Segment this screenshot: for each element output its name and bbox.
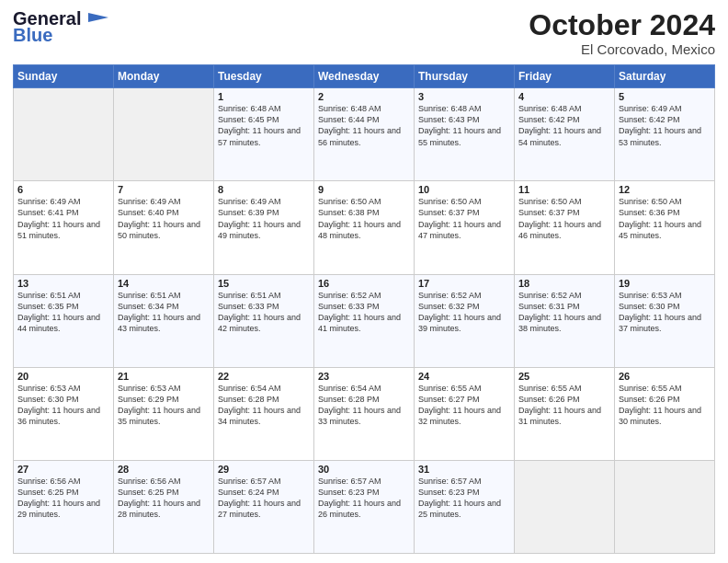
calendar-cell: 15Sunrise: 6:51 AMSunset: 6:33 PMDayligh… [214,274,314,367]
calendar-cell: 26Sunrise: 6:55 AMSunset: 6:26 PMDayligh… [615,367,715,460]
day-detail: Sunrise: 6:57 AMSunset: 6:24 PMDaylight:… [218,476,310,521]
day-number: 4 [518,91,610,102]
calendar-cell: 4Sunrise: 6:48 AMSunset: 6:42 PMDaylight… [515,88,615,181]
day-detail: Sunrise: 6:51 AMSunset: 6:34 PMDaylight:… [118,290,210,335]
calendar-body: 1Sunrise: 6:48 AMSunset: 6:45 PMDaylight… [14,88,715,554]
day-detail: Sunrise: 6:53 AMSunset: 6:30 PMDaylight:… [17,383,109,428]
day-number: 16 [318,278,410,289]
logo-blue-text: Blue [13,26,52,44]
day-number: 11 [518,184,610,195]
day-detail: Sunrise: 6:53 AMSunset: 6:30 PMDaylight:… [619,290,711,335]
calendar-cell: 18Sunrise: 6:52 AMSunset: 6:31 PMDayligh… [515,274,615,367]
calendar-table: SundayMondayTuesdayWednesdayThursdayFrid… [13,64,715,554]
day-detail: Sunrise: 6:55 AMSunset: 6:26 PMDaylight:… [518,383,610,428]
calendar-cell: 20Sunrise: 6:53 AMSunset: 6:30 PMDayligh… [14,367,114,460]
calendar-cell: 1Sunrise: 6:48 AMSunset: 6:45 PMDaylight… [214,88,314,181]
week-row-3: 13Sunrise: 6:51 AMSunset: 6:35 PMDayligh… [14,274,715,367]
day-detail: Sunrise: 6:49 AMSunset: 6:42 PMDaylight:… [619,103,711,148]
day-detail: Sunrise: 6:49 AMSunset: 6:41 PMDaylight:… [17,196,109,241]
svg-marker-0 [88,13,108,22]
day-detail: Sunrise: 6:51 AMSunset: 6:33 PMDaylight:… [218,290,310,335]
calendar-cell: 22Sunrise: 6:54 AMSunset: 6:28 PMDayligh… [214,367,314,460]
day-detail: Sunrise: 6:50 AMSunset: 6:37 PMDaylight:… [418,196,510,241]
day-number: 24 [418,371,510,382]
day-number: 12 [619,184,711,195]
calendar-cell: 14Sunrise: 6:51 AMSunset: 6:34 PMDayligh… [114,274,214,367]
day-number: 21 [118,371,210,382]
day-detail: Sunrise: 6:52 AMSunset: 6:31 PMDaylight:… [518,290,610,335]
day-number: 22 [218,371,310,382]
day-detail: Sunrise: 6:54 AMSunset: 6:28 PMDaylight:… [218,383,310,428]
day-detail: Sunrise: 6:56 AMSunset: 6:25 PMDaylight:… [118,476,210,521]
page-subtitle: El Corcovado, Mexico [529,41,715,57]
day-number: 2 [318,91,410,102]
day-number: 13 [17,278,109,289]
calendar-cell [515,460,615,553]
day-detail: Sunrise: 6:50 AMSunset: 6:37 PMDaylight:… [518,196,610,241]
calendar-cell: 30Sunrise: 6:57 AMSunset: 6:23 PMDayligh… [314,460,415,553]
week-row-4: 20Sunrise: 6:53 AMSunset: 6:30 PMDayligh… [14,367,715,460]
day-detail: Sunrise: 6:55 AMSunset: 6:27 PMDaylight:… [418,383,510,428]
day-detail: Sunrise: 6:53 AMSunset: 6:29 PMDaylight:… [118,383,210,428]
calendar-cell: 7Sunrise: 6:49 AMSunset: 6:40 PMDaylight… [114,181,214,274]
week-row-5: 27Sunrise: 6:56 AMSunset: 6:25 PMDayligh… [14,460,715,553]
col-header-monday: Monday [114,65,214,88]
calendar-cell: 29Sunrise: 6:57 AMSunset: 6:24 PMDayligh… [214,460,314,553]
col-header-wednesday: Wednesday [314,65,415,88]
day-number: 9 [318,184,410,195]
day-number: 10 [418,184,510,195]
col-header-friday: Friday [515,65,615,88]
day-detail: Sunrise: 6:48 AMSunset: 6:42 PMDaylight:… [518,103,610,148]
day-detail: Sunrise: 6:55 AMSunset: 6:26 PMDaylight:… [619,383,711,428]
col-header-tuesday: Tuesday [214,65,314,88]
day-number: 20 [17,371,109,382]
day-number: 14 [118,278,210,289]
title-block: October 2024 El Corcovado, Mexico [529,9,715,57]
day-detail: Sunrise: 6:57 AMSunset: 6:23 PMDaylight:… [418,476,510,521]
calendar-cell: 27Sunrise: 6:56 AMSunset: 6:25 PMDayligh… [14,460,114,553]
day-number: 18 [518,278,610,289]
calendar-cell: 8Sunrise: 6:49 AMSunset: 6:39 PMDaylight… [214,181,314,274]
day-number: 1 [218,91,310,102]
calendar-cell: 6Sunrise: 6:49 AMSunset: 6:41 PMDaylight… [14,181,114,274]
calendar-cell [14,88,114,181]
logo-flag-icon [88,13,108,27]
calendar-cell: 11Sunrise: 6:50 AMSunset: 6:37 PMDayligh… [515,181,615,274]
calendar-cell: 16Sunrise: 6:52 AMSunset: 6:33 PMDayligh… [314,274,415,367]
logo: General Blue [13,9,108,44]
day-number: 3 [418,91,510,102]
calendar-cell [615,460,715,553]
day-detail: Sunrise: 6:52 AMSunset: 6:33 PMDaylight:… [318,290,410,335]
calendar-cell: 17Sunrise: 6:52 AMSunset: 6:32 PMDayligh… [415,274,515,367]
day-detail: Sunrise: 6:48 AMSunset: 6:44 PMDaylight:… [318,103,410,148]
day-detail: Sunrise: 6:49 AMSunset: 6:39 PMDaylight:… [218,196,310,241]
day-number: 26 [619,371,711,382]
day-detail: Sunrise: 6:56 AMSunset: 6:25 PMDaylight:… [17,476,109,521]
day-number: 29 [218,464,310,475]
calendar-cell: 23Sunrise: 6:54 AMSunset: 6:28 PMDayligh… [314,367,415,460]
day-number: 25 [518,371,610,382]
day-number: 27 [17,464,109,475]
calendar-cell: 13Sunrise: 6:51 AMSunset: 6:35 PMDayligh… [14,274,114,367]
day-number: 15 [218,278,310,289]
day-number: 8 [218,184,310,195]
col-header-saturday: Saturday [615,65,715,88]
header: General Blue October 2024 El Corcovado, … [13,9,715,57]
calendar-cell: 24Sunrise: 6:55 AMSunset: 6:27 PMDayligh… [415,367,515,460]
calendar-cell: 28Sunrise: 6:56 AMSunset: 6:25 PMDayligh… [114,460,214,553]
calendar-cell: 21Sunrise: 6:53 AMSunset: 6:29 PMDayligh… [114,367,214,460]
calendar-cell: 2Sunrise: 6:48 AMSunset: 6:44 PMDaylight… [314,88,415,181]
day-number: 6 [17,184,109,195]
day-detail: Sunrise: 6:51 AMSunset: 6:35 PMDaylight:… [17,290,109,335]
day-detail: Sunrise: 6:50 AMSunset: 6:38 PMDaylight:… [318,196,410,241]
day-detail: Sunrise: 6:54 AMSunset: 6:28 PMDaylight:… [318,383,410,428]
calendar-header: SundayMondayTuesdayWednesdayThursdayFrid… [14,65,715,88]
calendar-cell: 3Sunrise: 6:48 AMSunset: 6:43 PMDaylight… [415,88,515,181]
calendar-cell: 9Sunrise: 6:50 AMSunset: 6:38 PMDaylight… [314,181,415,274]
week-row-1: 1Sunrise: 6:48 AMSunset: 6:45 PMDaylight… [14,88,715,181]
day-detail: Sunrise: 6:48 AMSunset: 6:45 PMDaylight:… [218,103,310,148]
day-number: 30 [318,464,410,475]
page: General Blue October 2024 El Corcovado, … [0,0,728,563]
col-header-thursday: Thursday [415,65,515,88]
day-detail: Sunrise: 6:49 AMSunset: 6:40 PMDaylight:… [118,196,210,241]
